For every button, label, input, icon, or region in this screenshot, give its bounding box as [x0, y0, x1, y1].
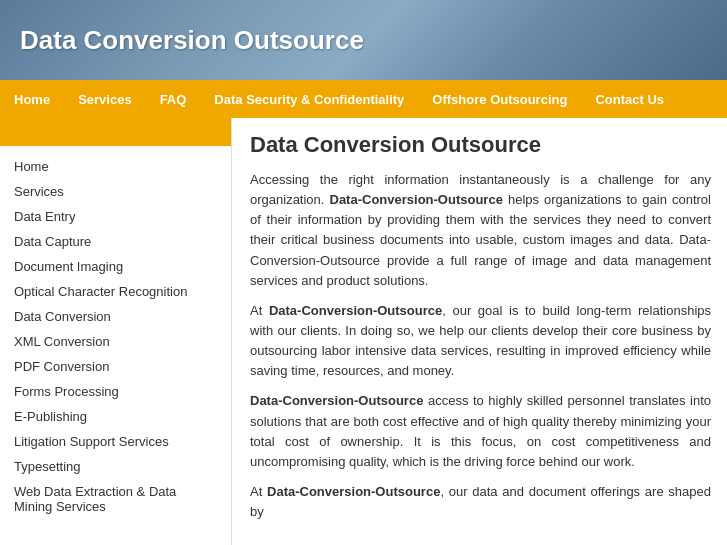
brand-bold-1: Data-Conversion-Outsource: [330, 192, 503, 207]
list-item: E-Publishing: [0, 404, 231, 429]
list-item: Typesetting: [0, 454, 231, 479]
content-wrapper: Home Services Data Entry Data Capture Do…: [0, 118, 727, 545]
header: Data Conversion Outsource: [0, 0, 727, 80]
nav-services[interactable]: Services: [64, 80, 146, 118]
brand-bold-3: Data-Conversion-Outsource: [250, 393, 423, 408]
sidebar-data-conversion[interactable]: Data Conversion: [0, 304, 231, 329]
sidebar-web-data[interactable]: Web Data Extraction & Data Mining Servic…: [0, 479, 231, 519]
main-content: Data Conversion Outsource Accessing the …: [232, 118, 727, 545]
list-item: Data Conversion: [0, 304, 231, 329]
sidebar-services[interactable]: Services: [0, 179, 231, 204]
sidebar-epublishing[interactable]: E-Publishing: [0, 404, 231, 429]
paragraph-4: At Data-Conversion-Outsource, our data a…: [250, 482, 711, 522]
list-item: Services: [0, 179, 231, 204]
site-title: Data Conversion Outsource: [20, 25, 364, 56]
sidebar-highlight: [0, 118, 231, 146]
list-item: Litigation Support Services: [0, 429, 231, 454]
nav-faq[interactable]: FAQ: [146, 80, 201, 118]
sidebar-home[interactable]: Home: [0, 154, 231, 179]
sidebar-menu: Home Services Data Entry Data Capture Do…: [0, 150, 231, 523]
brand-bold-2: Data-Conversion-Outsource: [269, 303, 442, 318]
list-item: Forms Processing: [0, 379, 231, 404]
sidebar-document-imaging[interactable]: Document Imaging: [0, 254, 231, 279]
sidebar-data-capture[interactable]: Data Capture: [0, 229, 231, 254]
list-item: Data Entry: [0, 204, 231, 229]
nav-security[interactable]: Data Security & Confidentiality: [200, 80, 418, 118]
list-item: PDF Conversion: [0, 354, 231, 379]
list-item: Home: [0, 154, 231, 179]
list-item: Document Imaging: [0, 254, 231, 279]
navbar: Home Services FAQ Data Security & Confid…: [0, 80, 727, 118]
list-item: Data Capture: [0, 229, 231, 254]
sidebar-litigation[interactable]: Litigation Support Services: [0, 429, 231, 454]
list-item: Optical Character Recognition: [0, 279, 231, 304]
nav-home[interactable]: Home: [0, 80, 64, 118]
page-title: Data Conversion Outsource: [250, 132, 711, 158]
paragraph-3: Data-Conversion-Outsource access to high…: [250, 391, 711, 472]
sidebar-xml[interactable]: XML Conversion: [0, 329, 231, 354]
paragraph-2: At Data-Conversion-Outsource, our goal i…: [250, 301, 711, 382]
sidebar-data-entry[interactable]: Data Entry: [0, 204, 231, 229]
sidebar-typesetting[interactable]: Typesetting: [0, 454, 231, 479]
nav-contact[interactable]: Contact Us: [581, 80, 678, 118]
list-item: XML Conversion: [0, 329, 231, 354]
sidebar-pdf[interactable]: PDF Conversion: [0, 354, 231, 379]
sidebar: Home Services Data Entry Data Capture Do…: [0, 118, 232, 545]
paragraph-1: Accessing the right information instanta…: [250, 170, 711, 291]
list-item: Web Data Extraction & Data Mining Servic…: [0, 479, 231, 519]
sidebar-ocr[interactable]: Optical Character Recognition: [0, 279, 231, 304]
brand-bold-4: Data-Conversion-Outsource: [267, 484, 440, 499]
sidebar-forms[interactable]: Forms Processing: [0, 379, 231, 404]
nav-offshore[interactable]: Offshore Outsourcing: [418, 80, 581, 118]
